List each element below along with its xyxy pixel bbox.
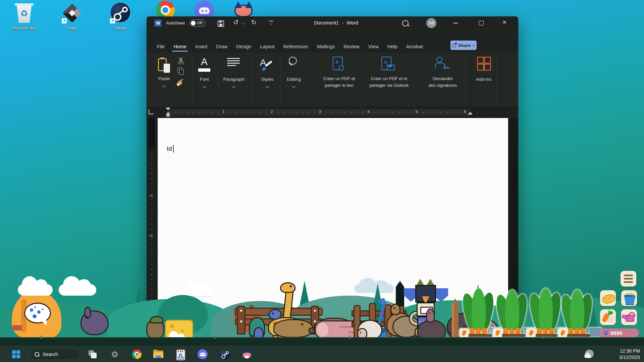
editing-dropdown-icon[interactable]	[292, 84, 296, 88]
request-signatures-label1[interactable]: Demander	[422, 76, 464, 81]
unity-label[interactable]: Unity	[50, 25, 94, 31]
tab-mailings[interactable]: Mailings	[313, 44, 339, 49]
format-painter-icon[interactable]	[177, 79, 185, 86]
fox-desktop-icon[interactable]	[234, 1, 253, 18]
clock[interactable]: 12:38 PM 3/12/2025	[598, 348, 640, 361]
carrot-button[interactable]: 10	[600, 309, 616, 325]
recycle-bin-label[interactable]: Recycle Bin	[2, 25, 46, 31]
file-explorer-icon[interactable]	[153, 349, 164, 360]
steam-label[interactable]: Steam	[99, 25, 142, 31]
settings-button[interactable]: ⚙	[109, 349, 120, 360]
fox-taskbar-icon[interactable]	[241, 349, 252, 360]
create-pdf-outlook-label2[interactable]: partager via Outlook	[361, 83, 417, 88]
clock-date: 3/12/2025	[598, 354, 640, 361]
editing-label[interactable]: Editing	[283, 77, 304, 82]
bucket-button[interactable]	[621, 290, 637, 306]
document-text[interactable]: Id	[167, 145, 172, 153]
editing-icon[interactable]	[288, 57, 298, 67]
watering-can-button[interactable]	[621, 309, 637, 325]
create-pdf-outlook-icon[interactable]: A	[381, 57, 395, 73]
carrot-tag	[558, 328, 567, 338]
pet-game-scene: 10 9899	[0, 275, 644, 346]
share-button[interactable]: Share	[450, 41, 477, 50]
hanging-indent-marker[interactable]	[166, 112, 170, 115]
clock-time: 12:38 PM	[598, 348, 640, 354]
carrot-tag	[493, 328, 502, 338]
search-box[interactable]: Search	[30, 349, 80, 360]
tab-help[interactable]: Help	[383, 44, 402, 49]
first-line-indent-marker[interactable]	[166, 108, 170, 110]
account-avatar[interactable]: AB	[426, 18, 436, 28]
addins-button-label[interactable]: Add-ins	[473, 77, 495, 82]
steam-icon[interactable]: ↗	[111, 3, 130, 23]
unity-icon[interactable]: ↗	[62, 3, 82, 23]
ruler-number-2: 2	[270, 110, 274, 114]
request-signatures-icon[interactable]: x	[435, 57, 450, 73]
font-label[interactable]: Font	[194, 77, 214, 82]
styles-button-label[interactable]: Styles	[257, 77, 277, 82]
right-indent-marker[interactable]	[468, 112, 473, 115]
wooden-post	[452, 298, 459, 341]
tab-selector[interactable]	[149, 109, 154, 114]
quick-access-customize-icon[interactable]	[269, 21, 273, 21]
tab-draw[interactable]: Draw	[212, 44, 232, 49]
create-pdf-link-label1[interactable]: Créer un PDF et	[316, 76, 362, 81]
steam-taskbar-icon[interactable]	[219, 349, 230, 360]
create-pdf-outlook-label1[interactable]: Créer un PDF et le	[361, 76, 417, 81]
tab-view[interactable]: View	[364, 44, 383, 49]
tab-references[interactable]: References	[279, 44, 313, 49]
task-view-button[interactable]	[88, 350, 99, 360]
search-icon[interactable]	[402, 20, 409, 26]
request-signatures-label2[interactable]: des signatures	[418, 83, 467, 88]
sponge-button[interactable]	[600, 290, 616, 306]
undo-dropdown-icon[interactable]	[242, 22, 245, 24]
ruler-number-5: 5	[415, 110, 419, 114]
font-icon[interactable]: A	[198, 56, 211, 75]
text-cursor	[173, 145, 174, 153]
paste-icon[interactable]	[158, 57, 170, 73]
paw-count: 9899	[610, 330, 622, 336]
maximize-button[interactable]	[479, 21, 484, 25]
groundhog	[146, 319, 164, 339]
chrome-taskbar-icon[interactable]	[131, 349, 142, 360]
tab-design[interactable]: Design	[232, 44, 256, 49]
paste-label[interactable]: Paste	[154, 76, 174, 81]
snipping-tool-icon[interactable]	[175, 349, 186, 360]
styles-dropdown-icon[interactable]	[265, 84, 269, 88]
close-button[interactable]: ×	[502, 18, 506, 26]
ruler-number-3: 3	[318, 110, 322, 114]
tab-layout[interactable]: Layout	[256, 44, 279, 49]
tab-acrobat[interactable]: Acrobat	[402, 44, 427, 49]
paragraph-icon[interactable]	[227, 58, 240, 67]
addins-icon[interactable]	[477, 57, 490, 70]
blue-bird	[268, 309, 282, 320]
horizontal-ruler[interactable]: 1 2 3 4 5 6	[158, 109, 508, 116]
recycle-bin-icon[interactable]: ♻	[15, 3, 34, 24]
paragraph-dropdown-icon[interactable]	[232, 84, 235, 88]
titlebar[interactable]: W AutoSave Off ↺ ↻ Document1 - Word AB	[147, 16, 518, 30]
platypus	[273, 319, 313, 338]
redo-icon[interactable]: ↻	[251, 18, 257, 26]
left-indent-marker[interactable]	[166, 115, 170, 117]
create-pdf-link-label2[interactable]: partager le lien	[316, 83, 362, 88]
tab-review[interactable]: Review	[339, 44, 364, 49]
weather-tray-icon[interactable]	[584, 350, 594, 359]
copy-icon[interactable]	[177, 67, 184, 75]
font-dropdown-icon[interactable]	[202, 84, 206, 88]
minimize-button[interactable]	[453, 23, 458, 23]
cut-icon[interactable]	[177, 57, 184, 64]
undo-icon[interactable]: ↺	[233, 18, 238, 26]
save-icon[interactable]	[218, 20, 224, 27]
create-pdf-link-icon[interactable]: A	[333, 57, 346, 73]
ruler-row: 1 2 3 4 5 6	[147, 107, 518, 118]
tab-home[interactable]: Home	[169, 44, 191, 49]
paragraph-label[interactable]: Paragraph	[222, 77, 246, 82]
tab-file[interactable]: File	[153, 44, 169, 49]
start-button[interactable]	[11, 349, 21, 360]
styles-icon[interactable]: A	[259, 56, 275, 73]
paste-dropdown-icon[interactable]	[162, 83, 166, 87]
discord-taskbar-icon[interactable]	[197, 349, 208, 360]
autosave-toggle[interactable]: Off	[190, 19, 206, 27]
tab-insert[interactable]: Insert	[191, 44, 212, 49]
game-menu-button[interactable]	[621, 271, 636, 287]
